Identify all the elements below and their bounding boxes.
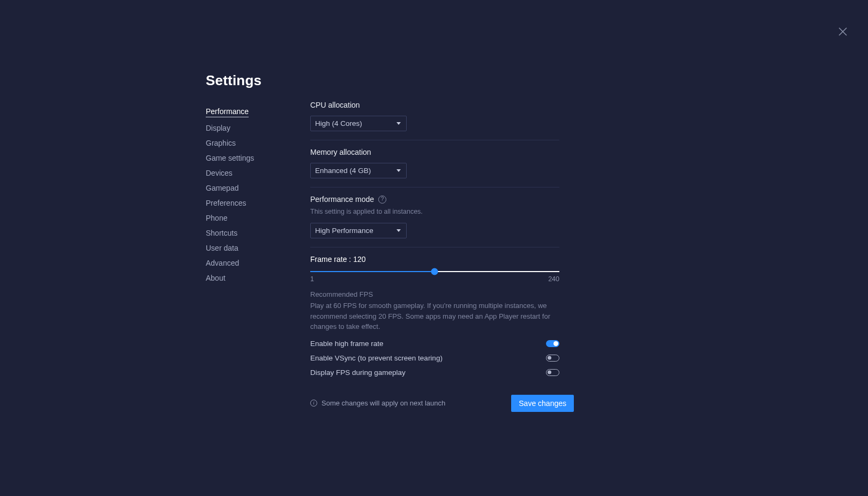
close-button[interactable] [838,27,848,36]
help-icon[interactable]: ? [378,196,386,204]
sidebar-item-preferences[interactable]: Preferences [206,199,246,207]
frame-rate-slider[interactable] [310,271,559,272]
sidebar-item-game-settings[interactable]: Game settings [206,154,254,162]
footer-note: Some changes will apply on next launch [321,399,445,407]
slider-fill [310,271,435,272]
recommended-fps-body: Play at 60 FPS for smooth gameplay. If y… [310,300,559,332]
sidebar-item-phone[interactable]: Phone [206,214,227,222]
toggle-high-fps[interactable] [546,340,559,347]
close-icon [838,27,848,36]
frame-rate-value: 120 [353,255,365,264]
sidebar-item-display[interactable]: Display [206,124,230,132]
recommended-fps-title: Recommended FPS [310,290,559,298]
performance-mode-subtext: This setting is applied to all instances… [310,207,559,216]
performance-mode-select[interactable]: High Performance [310,223,407,238]
toggle-knob [548,371,551,374]
sidebar-item-user-data[interactable]: User data [206,244,238,252]
memory-allocation-value: Enhanced (4 GB) [315,167,371,175]
sidebar-item-advanced[interactable]: Advanced [206,259,239,267]
performance-mode-label: Performance mode [310,195,374,204]
cpu-allocation-select[interactable]: High (4 Cores) [310,116,407,131]
toggle-vsync[interactable] [546,355,559,362]
slider-thumb[interactable] [431,268,438,275]
settings-content: CPU allocation High (4 Cores) Memory all… [310,101,559,420]
memory-allocation-select[interactable]: Enhanced (4 GB) [310,163,407,178]
sidebar-item-devices[interactable]: Devices [206,169,233,177]
memory-allocation-label: Memory allocation [310,148,559,156]
save-changes-button[interactable]: Save changes [511,395,574,412]
frame-rate-label-prefix: Frame rate : [310,255,353,264]
settings-sidebar: Performance Display Graphics Game settin… [206,107,310,282]
info-icon: i [310,400,317,407]
caret-down-icon [396,229,401,232]
frame-rate-min: 1 [310,275,314,283]
caret-down-icon [396,169,401,172]
sidebar-item-about[interactable]: About [206,274,226,282]
performance-mode-value: High Performance [315,227,373,235]
sidebar-item-performance[interactable]: Performance [206,107,249,117]
toggle-knob [553,341,558,346]
toggle-vsync-label: Enable VSync (to prevent screen tearing) [310,354,443,362]
cpu-allocation-label: CPU allocation [310,101,559,109]
sidebar-item-graphics[interactable]: Graphics [206,139,236,147]
cpu-allocation-value: High (4 Cores) [315,119,362,127]
sidebar-item-shortcuts[interactable]: Shortcuts [206,229,237,237]
toggle-show-fps-label: Display FPS during gameplay [310,369,406,377]
toggle-high-fps-label: Enable high frame rate [310,340,384,348]
frame-rate-max: 240 [548,275,559,283]
toggle-knob [548,356,551,360]
caret-down-icon [396,122,401,125]
toggle-show-fps[interactable] [546,369,559,376]
page-title: Settings [206,72,868,89]
sidebar-item-gamepad[interactable]: Gamepad [206,184,238,192]
